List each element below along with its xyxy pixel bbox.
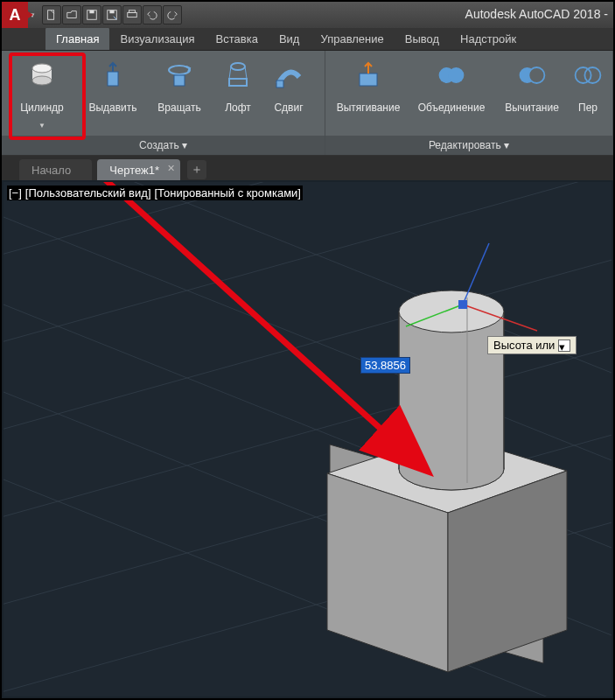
subtract-button[interactable]: Вычитание — [495, 56, 569, 124]
svg-point-19 — [448, 67, 464, 83]
doc-tab-start-label: Начало — [31, 164, 71, 177]
app-menu-icon[interactable]: A — [2, 2, 28, 28]
loft-button[interactable]: Лофт — [213, 56, 262, 124]
tab-view[interactable]: Вид — [269, 27, 311, 50]
tab-manage[interactable]: Управление — [310, 27, 394, 50]
svg-line-52 — [69, 182, 388, 436]
union-label: Объединение — [418, 96, 486, 121]
tab-output[interactable]: Вывод — [395, 27, 450, 50]
tab-home[interactable]: Главная — [45, 27, 109, 50]
cylinder-icon — [26, 60, 58, 91]
plot-icon[interactable] — [122, 5, 142, 24]
svg-rect-6 — [129, 10, 136, 13]
svg-rect-13 — [174, 75, 185, 86]
sweep-icon — [273, 60, 304, 91]
save-icon[interactable] — [82, 5, 101, 24]
ribbon-group-edit-title[interactable]: Редактировать ▾ — [325, 136, 612, 155]
drawing-viewport[interactable]: [−] [Пользовательский вид] [Тонированный… — [3, 182, 612, 696]
intersect-label: Пер — [578, 96, 598, 121]
svg-point-10 — [32, 64, 52, 73]
doc-tab-drawing1-label: Чертеж1* — [109, 164, 159, 177]
viewport-view-control[interactable]: [Пользовательский вид] — [24, 186, 153, 200]
window-title: Autodesk AutoCAD 2018 - — [465, 7, 608, 21]
presspull-button[interactable]: Вытягивание — [329, 56, 408, 124]
redo-icon[interactable] — [163, 5, 182, 24]
svg-rect-16 — [276, 80, 283, 88]
viewport-visualstyle-control[interactable]: [Тонированный с кромками] — [153, 186, 303, 200]
svg-point-45 — [399, 290, 504, 332]
revolve-icon — [164, 60, 195, 91]
new-icon[interactable] — [42, 5, 61, 24]
chevron-down-icon: ▼ — [38, 122, 45, 130]
ribbon-group-edit: Вытягивание Объединение — [325, 51, 613, 155]
loft-label: Лофт — [225, 96, 251, 121]
svg-point-25 — [584, 67, 600, 83]
sweep-button[interactable]: Сдвиг — [264, 56, 313, 124]
svg-point-24 — [576, 67, 591, 83]
dynamic-input-prompt-text: Высота или — [493, 339, 555, 352]
open-icon[interactable] — [62, 5, 81, 24]
presspull-label: Вытягивание — [337, 96, 401, 121]
model-shapes — [3, 182, 612, 696]
svg-point-9 — [32, 76, 52, 85]
ribbon-panel: Цилиндр ▼ Выдавить Вращать — [2, 51, 613, 156]
dynamic-input-value-text: 53.8856 — [361, 358, 409, 373]
svg-rect-4 — [109, 10, 114, 14]
ribbon-tabs: Главная Визуализация Вставка Вид Управле… — [2, 28, 613, 51]
intersect-button[interactable]: Пер — [570, 56, 605, 124]
intersect-icon — [572, 60, 604, 91]
extrude-label: Выдавить — [88, 96, 136, 121]
svg-rect-0 — [48, 10, 54, 20]
subtract-label: Вычитание — [505, 96, 559, 121]
ribbon-group-create-title[interactable]: Создать ▾ — [2, 136, 325, 155]
title-bar: A ▼ Autodesk AutoCAD 2018 - — [2, 2, 613, 28]
svg-rect-11 — [108, 72, 118, 86]
cylinder-button[interactable]: Цилиндр ▼ — [5, 56, 79, 134]
new-tab-button[interactable]: ＋ — [187, 160, 206, 179]
tab-insert[interactable]: Вставка — [206, 27, 269, 50]
svg-point-14 — [231, 63, 245, 70]
svg-rect-50 — [458, 300, 467, 309]
subtract-icon — [516, 60, 548, 91]
presspull-icon — [353, 60, 384, 91]
undo-icon[interactable] — [143, 5, 162, 24]
cylinder-label: Цилиндр — [20, 96, 64, 121]
options-icon[interactable]: ▾ — [558, 340, 570, 352]
document-tabs: Начало Чертеж1* ✕ ＋ — [2, 156, 613, 180]
viewport-minimize[interactable]: [−] — [7, 186, 24, 200]
close-icon[interactable]: ✕ — [167, 163, 175, 174]
dynamic-input-prompt: Высота или ▾ — [487, 336, 577, 354]
tab-visualize[interactable]: Визуализация — [109, 27, 205, 50]
quick-access-toolbar — [42, 5, 182, 24]
revolve-button[interactable]: Вращать — [147, 56, 212, 124]
doc-tab-start[interactable]: Начало — [19, 159, 92, 180]
ribbon-group-create: Цилиндр ▼ Выдавить Вращать — [2, 51, 325, 155]
tab-addins[interactable]: Надстройк — [450, 27, 527, 50]
svg-rect-2 — [89, 10, 94, 14]
svg-rect-15 — [229, 79, 247, 86]
union-button[interactable]: Объединение — [409, 56, 493, 124]
dynamic-input-value[interactable]: 53.8856 — [360, 357, 410, 374]
saveas-icon[interactable] — [102, 5, 122, 24]
doc-tab-drawing1[interactable]: Чертеж1* ✕ — [97, 159, 180, 180]
revolve-label: Вращать — [157, 96, 200, 121]
svg-rect-17 — [360, 74, 377, 86]
extrude-button[interactable]: Выдавить — [80, 56, 145, 124]
loft-icon — [222, 60, 254, 91]
extrude-icon — [97, 60, 129, 91]
svg-rect-5 — [128, 12, 137, 17]
union-icon — [436, 60, 467, 91]
sweep-label: Сдвиг — [274, 96, 303, 121]
